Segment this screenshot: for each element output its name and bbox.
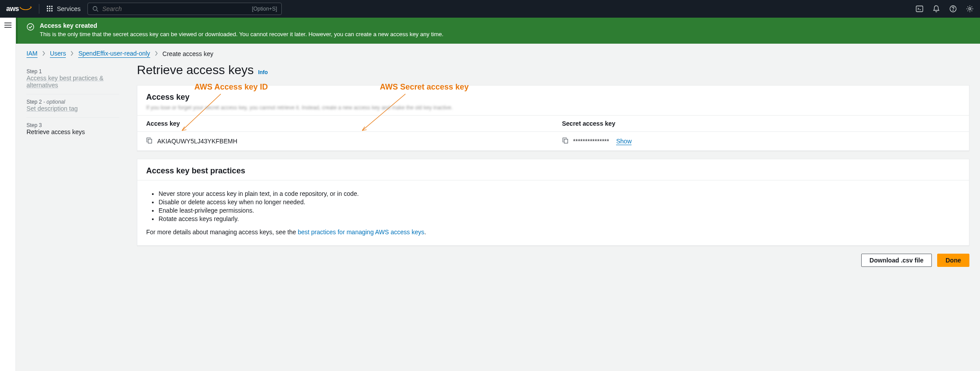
info-link[interactable]: Info: [258, 69, 268, 75]
access-key-value: AKIAQUWY5LJ43YKFBEMH: [157, 138, 237, 145]
svg-rect-6: [47, 10, 48, 11]
svg-line-10: [97, 10, 98, 12]
flash-description: This is the only time that the secret ac…: [40, 31, 443, 37]
flash-title: Access key created: [40, 22, 443, 29]
svg-point-9: [93, 7, 97, 11]
practice-item-3: Enable least-privilege permissions.: [159, 207, 960, 214]
left-rail: [0, 18, 16, 371]
aws-logo[interactable]: aws: [6, 5, 32, 13]
show-secret-button[interactable]: Show: [616, 138, 632, 145]
done-button[interactable]: Done: [937, 254, 969, 267]
svg-rect-5: [51, 8, 53, 9]
secret-key-column-header: Secret access key: [553, 116, 969, 132]
search-icon: [92, 6, 98, 12]
svg-rect-4: [49, 8, 50, 9]
nav-separator: [39, 4, 39, 14]
aws-smile-icon: [19, 6, 32, 11]
step-3-title: Retrieve access keys: [26, 128, 119, 135]
crumb-user[interactable]: SpendEffix-user-read-only: [78, 50, 150, 58]
download-csv-button[interactable]: Download .csv file: [861, 254, 932, 267]
nav-right-actions: [916, 5, 974, 13]
step-1-label: Step 1: [26, 68, 119, 75]
crumb-iam[interactable]: IAM: [26, 50, 38, 58]
chevron-right-icon: [155, 50, 158, 57]
search-shortcut-hint: [Option+S]: [252, 6, 277, 12]
access-key-panel-subtext: If you lose or forget your secret access…: [146, 105, 960, 111]
success-flash: Access key created This is the only time…: [16, 18, 980, 44]
svg-rect-23: [564, 139, 568, 143]
svg-rect-22: [148, 139, 152, 143]
cloudshell-icon[interactable]: [916, 5, 923, 13]
step-3-label: Step 3: [26, 122, 119, 128]
svg-point-14: [953, 10, 954, 11]
page-title: Retrieve access keys: [137, 63, 254, 77]
access-key-panel: Access key If you lose or forget your se…: [137, 85, 969, 151]
svg-point-15: [969, 8, 971, 10]
services-menu-button[interactable]: Services: [46, 5, 81, 12]
svg-rect-7: [49, 10, 50, 11]
step-1[interactable]: Step 1 Access key best practices & alter…: [26, 65, 119, 92]
notifications-icon[interactable]: [932, 5, 940, 13]
global-search[interactable]: [Option+S]: [87, 3, 282, 15]
grid-icon: [46, 5, 53, 12]
aws-logo-text: aws: [6, 5, 19, 13]
sidebar-toggle[interactable]: [4, 22, 12, 371]
copy-icon: [562, 137, 569, 144]
settings-icon[interactable]: [966, 5, 974, 13]
step-2-title: Set description tag: [26, 105, 119, 112]
step-2[interactable]: Step 2 - optional Set description tag: [26, 94, 119, 116]
check-circle-icon: [26, 23, 34, 31]
access-key-panel-title: Access key: [146, 93, 960, 102]
svg-rect-2: [51, 6, 53, 7]
best-practices-list: Never store your access key in plain tex…: [159, 190, 960, 222]
breadcrumb: IAM Users SpendEffix-user-read-only Crea…: [16, 44, 980, 61]
practice-item-2: Disable or delete access key when no lon…: [159, 199, 960, 206]
best-practices-more: For more details about managing access k…: [146, 229, 960, 236]
services-label: Services: [57, 5, 81, 12]
svg-rect-1: [49, 6, 50, 7]
best-practices-title: Access key best practices: [146, 166, 960, 176]
chevron-right-icon: [70, 50, 74, 57]
crumb-users[interactable]: Users: [50, 50, 66, 58]
best-practices-panel: Access key best practices Never store yo…: [137, 159, 969, 246]
svg-rect-3: [47, 8, 48, 9]
copy-icon: [146, 137, 153, 144]
copy-secret-key-button[interactable]: [562, 137, 569, 145]
practice-item-4: Rotate access keys regularly.: [159, 215, 960, 222]
svg-rect-11: [916, 6, 923, 12]
svg-rect-8: [51, 10, 53, 11]
practice-item-1: Never store your access key in plain tex…: [159, 190, 960, 197]
best-practices-link[interactable]: best practices for managing AWS access k…: [298, 229, 424, 236]
crumb-current: Create access key: [163, 50, 213, 57]
copy-access-key-button[interactable]: [146, 137, 153, 145]
chevron-right-icon: [42, 50, 45, 57]
access-key-column-header: Access key: [137, 116, 553, 132]
step-1-title: Access key best practices & alternatives: [26, 75, 119, 89]
secret-key-masked: ***************: [573, 138, 609, 145]
svg-rect-0: [47, 6, 48, 7]
search-input[interactable]: [102, 5, 248, 12]
svg-point-19: [27, 24, 34, 30]
action-buttons: Download .csv file Done: [137, 254, 969, 267]
top-nav: aws Services [Option+S]: [0, 0, 980, 18]
wizard-steps: Step 1 Access key best practices & alter…: [26, 63, 119, 267]
step-2-label: Step 2 - optional: [26, 99, 119, 105]
help-icon[interactable]: [949, 5, 957, 13]
step-3: Step 3 Retrieve access keys: [26, 117, 119, 139]
